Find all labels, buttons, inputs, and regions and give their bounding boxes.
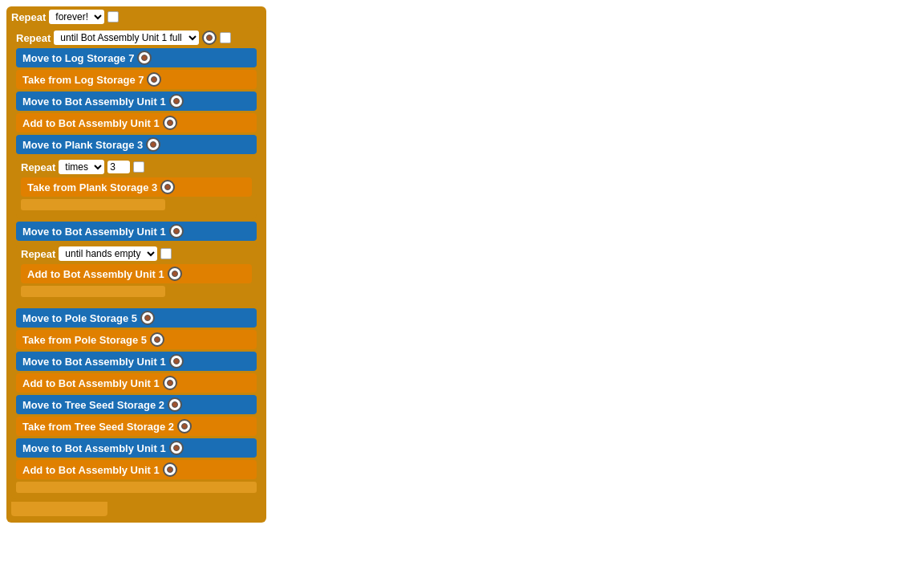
block-label: Add to Bot Assembly Unit 1 [27,268,164,280]
inner-repeat-header: Repeat until Bot Assembly Unit 1 full [16,31,257,45]
block-add-bot-1c[interactable]: Add to Bot Assembly Unit 1 [16,373,257,393]
block-take-log-storage-7[interactable]: Take from Log Storage 7 [16,70,257,89]
block-icon-add-bot-1c [163,376,177,390]
repeat-times-dropdown[interactable]: times [59,160,104,174]
block-move-log-storage-7[interactable]: Move to Log Storage 7 [16,48,257,67]
block-move-bot-1b[interactable]: Move to Bot Assembly Unit 1 [16,222,257,241]
outer-repeat-header: Repeat forever! [11,10,261,24]
repeat-times-checkbox[interactable] [133,161,144,173]
outer-repeat-dropdown[interactable]: forever! [49,10,104,24]
block-label: Take from Log Storage 7 [22,74,144,86]
block-add-bot-1b[interactable]: Add to Bot Assembly Unit 1 [21,264,252,283]
block-label: Move to Bot Assembly Unit 1 [22,226,166,238]
outer-repeat-container: Repeat forever! Repeat until Bot Assembl… [6,6,266,523]
block-move-tree-seed-2[interactable]: Move to Tree Seed Storage 2 [16,395,257,414]
block-take-pole-5[interactable]: Take from Pole Storage 5 [16,330,257,349]
block-icon-move-tree [168,397,182,412]
repeat-times-3-label: Repeat [21,161,55,173]
block-icon-take-plank [160,180,175,194]
block-icon-move-plank [146,137,160,152]
block-icon-move-bot-1c [169,354,184,368]
repeat-times-3-header: Repeat times [21,160,252,174]
spacer-plank [21,199,165,210]
block-take-tree-seed-2[interactable]: Take from Tree Seed Storage 2 [16,417,257,436]
repeat-hands-empty-container: Repeat until hands empty Add to Bot Asse… [16,243,257,306]
block-label: Take from Plank Storage 3 [27,181,157,193]
block-add-bot-1d[interactable]: Add to Bot Assembly Unit 1 [16,460,257,479]
block-label: Take from Tree Seed Storage 2 [22,421,174,433]
outer-repeat-label: Repeat [11,11,46,23]
repeat-times-input[interactable] [107,161,130,173]
block-move-bot-1c[interactable]: Move to Bot Assembly Unit 1 [16,352,257,371]
block-add-bot-1a[interactable]: Add to Bot Assembly Unit 1 [16,113,257,132]
block-move-pole-5[interactable]: Move to Pole Storage 5 [16,308,257,328]
block-icon-take-pole [150,332,164,347]
repeat-times-3-container: Repeat times Take from Plank Storage 3 [16,157,257,219]
block-icon-add-bot-1b [168,267,182,281]
block-move-plank-3[interactable]: Move to Plank Storage 3 [16,135,257,154]
block-label: Move to Tree Seed Storage 2 [22,399,164,411]
block-icon-move-log [137,51,152,65]
inner-bottom-spacer [16,482,257,493]
inner-repeat-checkbox[interactable] [220,32,231,43]
block-take-plank-3[interactable]: Take from Plank Storage 3 [21,177,252,197]
block-icon-take-tree [177,419,192,434]
repeat-hands-checkbox[interactable] [160,248,172,259]
block-label: Move to Log Storage 7 [22,52,134,64]
block-icon-move-bot-1d [169,441,184,455]
block-label: Move to Bot Assembly Unit 1 [22,96,166,108]
block-icon-move-bot-1b [169,224,184,238]
spacer-hands [21,286,165,297]
block-icon-add-bot-1a [163,116,177,130]
block-label: Take from Pole Storage 5 [22,334,147,346]
block-icon-move-pole [140,311,155,325]
block-label: Add to Bot Assembly Unit 1 [22,464,160,476]
block-label: Add to Bot Assembly Unit 1 [22,377,160,389]
inner-stop-icon[interactable] [202,31,217,45]
repeat-hands-empty-header: Repeat until hands empty [21,246,252,261]
repeat-hands-empty-label: Repeat [21,248,55,260]
inner-repeat-container: Repeat until Bot Assembly Unit 1 full Mo… [11,27,261,499]
block-label: Move to Bot Assembly Unit 1 [22,356,166,368]
outer-bottom-tab [11,502,107,516]
block-move-bot-1d[interactable]: Move to Bot Assembly Unit 1 [16,438,257,458]
block-icon-add-bot-1d [163,462,177,477]
block-icon-move-bot-1a [169,94,184,108]
outer-repeat-checkbox[interactable] [107,11,119,22]
inner-until-dropdown[interactable]: until Bot Assembly Unit 1 full [54,31,199,45]
block-label: Move to Bot Assembly Unit 1 [22,442,166,454]
block-icon-take-log [147,72,161,87]
inner-repeat-label: Repeat [16,32,51,44]
block-label: Move to Plank Storage 3 [22,139,143,151]
block-label: Move to Pole Storage 5 [22,312,137,324]
repeat-hands-dropdown[interactable]: until hands empty [59,246,157,261]
block-move-bot-1a[interactable]: Move to Bot Assembly Unit 1 [16,92,257,111]
block-label: Add to Bot Assembly Unit 1 [22,117,160,129]
